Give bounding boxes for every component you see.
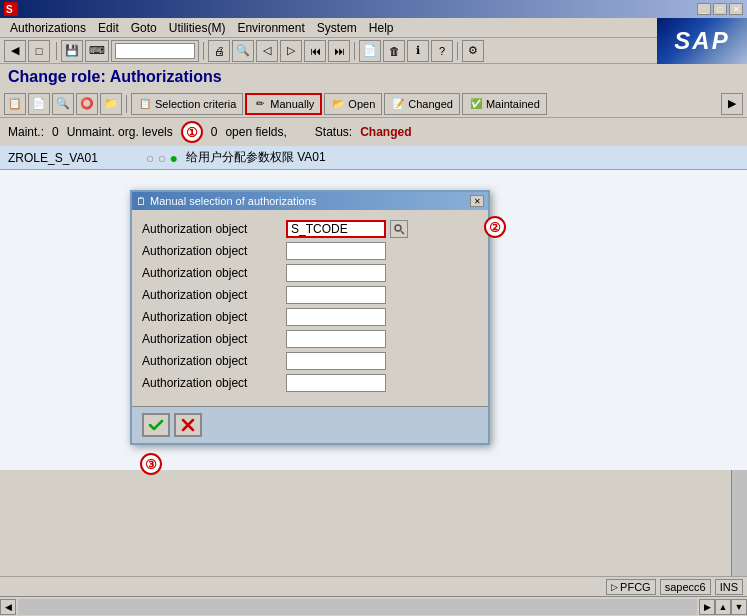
auth-input-7[interactable] (286, 374, 386, 392)
toolbar-icon-2[interactable]: 📄 (28, 93, 50, 115)
auth-row-2: Authorization object (142, 264, 478, 282)
status-label: Status: (315, 125, 352, 139)
main-toolbar: ◀ □ 💾 ⌨ 🖨 🔍 ◁ ▷ ⏮ ⏭ 📄 🗑 ℹ ? (0, 38, 657, 64)
auth-label-4: Authorization object (142, 310, 282, 324)
menu-utilities[interactable]: Utilities(M) (163, 19, 232, 37)
save-button[interactable]: 💾 (61, 40, 83, 62)
selection-criteria-label: Selection criteria (155, 98, 236, 110)
main-window: S _ □ ✕ Authorizations Edit Goto Utiliti… (0, 0, 747, 616)
auth-input-4[interactable] (286, 308, 386, 326)
open-label: Open (348, 98, 375, 110)
help-btn[interactable]: ? (431, 40, 453, 62)
modal-close-button[interactable]: ✕ (470, 195, 484, 207)
manually-icon: ✏ (253, 98, 267, 110)
delete-button[interactable]: 🗑 (383, 40, 405, 62)
menu-goto[interactable]: Goto (125, 19, 163, 37)
status-footer: ▷ PFCG sapecc6 INS (0, 576, 747, 596)
auth-row-3: Authorization object (142, 286, 478, 304)
first-button[interactable]: ⏮ (304, 40, 326, 62)
menu-help[interactable]: Help (363, 19, 400, 37)
menu-area: Authorizations Edit Goto Utilities(M) En… (0, 18, 657, 64)
cmd-button[interactable] (111, 40, 199, 62)
auth-input-2[interactable] (286, 264, 386, 282)
menu-authorizations[interactable]: Authorizations (4, 19, 92, 37)
close-window-button[interactable]: ✕ (729, 3, 743, 15)
toolbar-sep-3 (354, 42, 355, 60)
new-button[interactable]: 📄 (359, 40, 381, 62)
scroll-down-btn-bottom[interactable]: ▼ (731, 599, 747, 615)
sap-logo: SAP (674, 27, 729, 55)
toolbar-icon-3[interactable]: 🔍 (52, 93, 74, 115)
auth-label-7: Authorization object (142, 376, 282, 390)
forward-button[interactable]: □ (28, 40, 50, 62)
toolbar-icon-5[interactable]: 📁 (100, 93, 122, 115)
next-button[interactable]: ▷ (280, 40, 302, 62)
minimize-button[interactable]: _ (697, 3, 711, 15)
action-toolbar: 📋 📄 🔍 ⭕ 📁 📋 Selection criteria ✏ Manuall… (0, 90, 747, 118)
unmaint-label: Unmaint. org. levels (67, 125, 173, 139)
scroll-up-btn-bottom[interactable]: ▲ (715, 599, 731, 615)
settings-button[interactable]: ⚙ (462, 40, 484, 62)
last-button[interactable]: ⏭ (328, 40, 350, 62)
modal-footer: ③ (132, 406, 488, 443)
menu-system[interactable]: System (311, 19, 363, 37)
maintained-label: Maintained (486, 98, 540, 110)
auth-row-1: Authorization object (142, 242, 478, 260)
toolbar-icon-4[interactable]: ⭕ (76, 93, 98, 115)
command-field[interactable] (115, 43, 195, 59)
info-button[interactable]: ℹ (407, 40, 429, 62)
modal-titlebar: 🗒 Manual selection of authorizations ✕ (132, 192, 488, 210)
menu-edit[interactable]: Edit (92, 19, 125, 37)
changed-button[interactable]: 📝 Changed (384, 93, 460, 115)
title-bar-buttons: _ □ ✕ (697, 3, 743, 15)
auth-search-btn-0[interactable] (390, 220, 408, 238)
find-button[interactable]: 🔍 (232, 40, 254, 62)
prev-button[interactable]: ◁ (256, 40, 278, 62)
scroll-right-button[interactable]: ▶ (699, 599, 715, 615)
auth-input-6[interactable] (286, 352, 386, 370)
auth-row-6: Authorization object (142, 352, 478, 370)
confirm-button[interactable] (142, 413, 170, 437)
open-button[interactable]: 📂 Open (324, 93, 382, 115)
print-button[interactable]: 🖨 (208, 40, 230, 62)
cancel-button[interactable] (174, 413, 202, 437)
scroll-left-button[interactable]: ◀ (0, 599, 16, 615)
auth-input-5[interactable] (286, 330, 386, 348)
toolbar-icon-1[interactable]: 📋 (4, 93, 26, 115)
auth-row-0: Authorization object ② (142, 220, 478, 238)
shortcut-button[interactable]: ⌨ (85, 40, 109, 62)
auth-input-1[interactable] (286, 242, 386, 260)
menu-environment[interactable]: Environment (231, 19, 310, 37)
main-area: 🗒 Manual selection of authorizations ✕ A… (0, 170, 747, 470)
manually-button[interactable]: ✏ Manually (245, 93, 322, 115)
role-row: ZROLE_S_VA01 ○ ○ ● 给用户分配参数权限 VA01 (0, 146, 747, 170)
triangle-icon: ▷ (611, 582, 618, 592)
dot-green: ● (169, 150, 177, 166)
pfcg-area: ▷ PFCG (606, 579, 656, 595)
annotation-2: ② (484, 216, 506, 238)
selection-criteria-button[interactable]: 📋 Selection criteria (131, 93, 243, 115)
auth-row-7: Authorization object (142, 374, 478, 392)
maximize-button[interactable]: □ (713, 3, 727, 15)
changed-label: Changed (408, 98, 453, 110)
auth-label-5: Authorization object (142, 332, 282, 346)
auth-label-6: Authorization object (142, 354, 282, 368)
modal-body: Authorization object ② Aut (132, 210, 488, 406)
title-bar: S _ □ ✕ (0, 0, 747, 18)
pfcg-label: PFCG (620, 581, 651, 593)
action-sep (126, 95, 127, 113)
maintained-button[interactable]: ✅ Maintained (462, 93, 547, 115)
bottom-scrollbar: ◀ ▶ ▲ ▼ (0, 596, 747, 616)
mode-badge: INS (715, 579, 743, 595)
role-name: ZROLE_S_VA01 (8, 151, 98, 165)
svg-line-3 (401, 231, 404, 234)
menu-bar: Authorizations Edit Goto Utilities(M) En… (0, 18, 657, 38)
auth-label-1: Authorization object (142, 244, 282, 258)
auth-input-0[interactable] (286, 220, 386, 238)
expand-button[interactable]: ▶ (721, 93, 743, 115)
manually-label: Manually (270, 98, 314, 110)
auth-input-3[interactable] (286, 286, 386, 304)
selection-criteria-icon: 📋 (138, 98, 152, 110)
back-button[interactable]: ◀ (4, 40, 26, 62)
app-icon: S (4, 2, 18, 16)
